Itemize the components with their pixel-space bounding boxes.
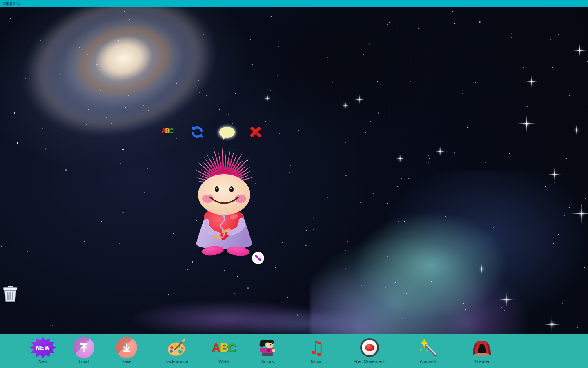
rec-movement-label: Rec Movement xyxy=(354,359,385,364)
music-label: Music xyxy=(311,359,323,364)
actors-label: Actors xyxy=(261,359,274,364)
theater-label: Theater xyxy=(474,359,490,364)
record-icon xyxy=(360,338,379,357)
stage[interactable]: ABC xyxy=(0,7,588,334)
save-label: Save xyxy=(121,359,131,364)
speech-bubble-icon[interactable] xyxy=(219,127,235,138)
theater-button[interactable]: Theater xyxy=(453,337,510,367)
music-note-icon: ♫ xyxy=(308,339,324,357)
load-icon xyxy=(73,337,94,358)
actors-button[interactable]: Actors xyxy=(239,337,296,367)
rotate-icon[interactable] xyxy=(190,125,204,139)
troll-actor[interactable] xyxy=(177,145,272,259)
animate-button[interactable]: Animate xyxy=(399,337,457,367)
rotate-arrows xyxy=(190,125,204,139)
palette-icon xyxy=(167,338,186,357)
save-button[interactable]: Save xyxy=(98,337,155,367)
rec-movement-button[interactable]: Rec Movement xyxy=(341,337,398,367)
titlebar: pippo43 xyxy=(0,0,588,7)
text-icon[interactable]: ABC xyxy=(160,125,174,137)
delete-x-icon[interactable] xyxy=(248,125,263,139)
background-label: Background xyxy=(165,359,189,364)
animate-label: Animate xyxy=(420,359,436,364)
dark-nebula-background xyxy=(229,7,457,138)
save-icon xyxy=(116,337,137,358)
girl-actor-icon xyxy=(258,339,276,357)
theater-curtain-icon xyxy=(472,339,492,356)
load-label: Load xyxy=(79,359,89,364)
purple-nebula-band-background xyxy=(74,289,384,334)
new-starburst-icon: NEW xyxy=(29,337,56,358)
new-label: New xyxy=(38,359,47,364)
write-label: Write xyxy=(218,359,229,364)
resize-handle-icon[interactable] xyxy=(252,252,264,264)
main-toolbar: NEW New Load Save Background xyxy=(0,334,588,368)
window-title: pippo43 xyxy=(3,1,21,6)
troll-face xyxy=(198,174,250,215)
trash-icon[interactable] xyxy=(1,285,20,303)
magic-wand-icon xyxy=(418,338,438,357)
abc-write-icon: ABC xyxy=(212,341,236,355)
music-button[interactable]: ♫ Music xyxy=(288,337,345,367)
